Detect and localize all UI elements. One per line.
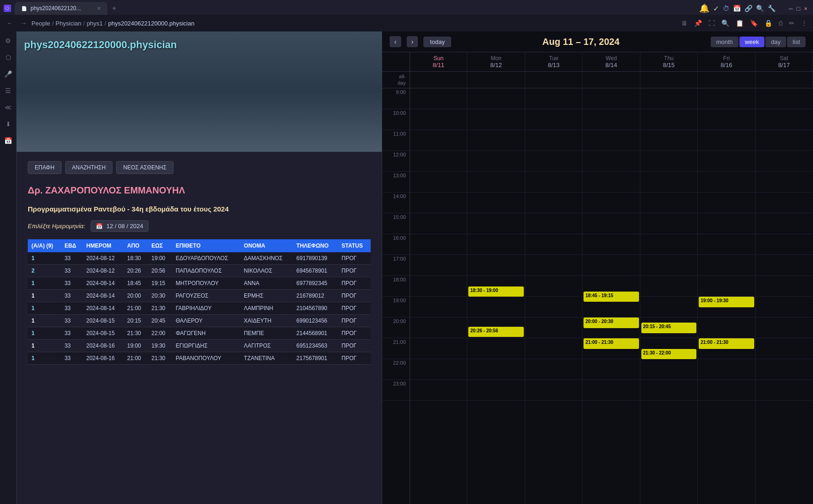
time-slot-4-19[interactable]	[640, 297, 697, 317]
time-slot-5-10[interactable]	[698, 109, 755, 130]
time-slot-5-15[interactable]	[698, 213, 755, 234]
table-row[interactable]: 1332024-08-1521:3022:00ΦΑΓΩΓΕΝΗΠΕΜΠΕ2144…	[28, 327, 371, 340]
calendar-event[interactable]: 18:30 - 19:00	[468, 286, 523, 297]
table-row[interactable]: 1332024-08-1621:0021:30ΡΑΒΑΝΟΠΟΥΛΟΥΤΖΑΝΕ…	[28, 352, 371, 365]
table-row[interactable]: 1332024-08-1619:0019:30ΕΓΙΩΡΓΙΔΗΣΛΑΓΙΤΡΟ…	[28, 340, 371, 352]
time-slot-6-14[interactable]	[756, 193, 813, 213]
tab-close-button[interactable]: ×	[97, 5, 101, 12]
calendar-event[interactable]: 21:30 - 22:00	[641, 349, 696, 360]
table-row[interactable]: 1332024-08-1420:0020:30ΡΑΓΟΥΖΕΟΣΕΡΜΗΣ216…	[28, 290, 371, 302]
sidebar-icon-hex[interactable]: ⬡	[3, 52, 14, 63]
time-slot-2-16[interactable]	[525, 234, 582, 255]
calendar-event[interactable]: 21:00 - 21:30	[699, 338, 754, 349]
time-slot-6-18[interactable]	[756, 276, 813, 297]
time-slot-2-13[interactable]	[525, 172, 582, 193]
time-slot-2-15[interactable]	[525, 213, 582, 234]
calendar-event[interactable]: 19:00 - 19:30	[699, 297, 754, 307]
search-button[interactable]: ΑΝΑΖΗΤΗΣΗ	[65, 161, 113, 174]
monitor-icon[interactable]: 🖥	[679, 19, 689, 28]
time-slot-3-12[interactable]	[583, 151, 639, 172]
breadcrumb-people[interactable]: People	[31, 20, 50, 27]
calendar-event[interactable]: 21:00 - 21:30	[583, 338, 639, 349]
new-tab-button[interactable]: +	[107, 1, 121, 15]
time-slot-6-17[interactable]	[756, 255, 813, 276]
breadcrumb-phys1[interactable]: phys1	[87, 20, 103, 27]
time-slot-1-9[interactable]	[467, 88, 524, 109]
time-slot-4-18[interactable]	[640, 276, 697, 297]
cal-next-button[interactable]: ›	[407, 36, 418, 47]
time-slot-2-12[interactable]	[525, 151, 582, 172]
time-slot-2-20[interactable]	[525, 317, 582, 338]
cal-month-button[interactable]: month	[711, 37, 739, 47]
time-slot-3-15[interactable]	[583, 213, 639, 234]
time-slot-5-18[interactable]	[698, 276, 755, 297]
time-slot-6-16[interactable]	[756, 234, 813, 255]
cal-today-button[interactable]: today	[423, 37, 451, 47]
time-slot-6-19[interactable]	[756, 297, 813, 317]
bookmark-icon[interactable]: 🔖	[748, 19, 760, 28]
pin-icon[interactable]: 📌	[692, 19, 704, 28]
time-slot-4-11[interactable]	[640, 130, 697, 151]
time-slot-5-13[interactable]	[698, 172, 755, 193]
time-slot-2-9[interactable]	[525, 88, 582, 109]
time-slot-1-13[interactable]	[467, 172, 524, 193]
table-row[interactable]: 1332024-08-1421:0021:30ΓΑΒΡΙΗΛΙΔΟΥΛΑΜΠΡΙ…	[28, 302, 371, 315]
time-slot-6-20[interactable]	[756, 317, 813, 338]
time-slot-6-11[interactable]	[756, 130, 813, 151]
new-patient-button[interactable]: ΝΕΟΣ ΑΣΘΕΝΗΣ	[116, 161, 174, 174]
time-slot-0-14[interactable]	[410, 193, 467, 213]
time-slot-0-22[interactable]	[410, 359, 467, 380]
time-slot-1-23[interactable]	[467, 380, 524, 401]
lock-icon[interactable]: 🔒	[763, 19, 774, 28]
time-slot-3-10[interactable]	[583, 109, 639, 130]
time-slot-3-22[interactable]	[583, 359, 639, 380]
time-slot-4-15[interactable]	[640, 213, 697, 234]
time-slot-2-11[interactable]	[525, 130, 582, 151]
time-slot-5-20[interactable]	[698, 317, 755, 338]
time-slot-2-10[interactable]	[525, 109, 582, 130]
time-slot-1-15[interactable]	[467, 213, 524, 234]
time-slot-0-15[interactable]	[410, 213, 467, 234]
time-slot-4-12[interactable]	[640, 151, 697, 172]
time-slot-3-9[interactable]	[583, 88, 639, 109]
time-slot-3-11[interactable]	[583, 130, 639, 151]
zoom-icon[interactable]: 🔍	[720, 19, 731, 28]
time-slot-4-9[interactable]	[640, 88, 697, 109]
time-slot-2-19[interactable]	[525, 297, 582, 317]
time-slot-6-15[interactable]	[756, 213, 813, 234]
time-slot-2-14[interactable]	[525, 193, 582, 213]
time-slot-4-17[interactable]	[640, 255, 697, 276]
time-slot-1-17[interactable]	[467, 255, 524, 276]
time-slot-0-11[interactable]	[410, 130, 467, 151]
more-icon[interactable]: ⋮	[799, 19, 809, 28]
time-slot-0-12[interactable]	[410, 151, 467, 172]
time-slot-3-13[interactable]	[583, 172, 639, 193]
time-slot-4-14[interactable]	[640, 193, 697, 213]
time-slot-0-19[interactable]	[410, 297, 467, 317]
time-slot-2-18[interactable]	[525, 276, 582, 297]
minimize-btn[interactable]: ─	[788, 5, 793, 12]
maximize-btn[interactable]: □	[797, 5, 801, 12]
time-slot-0-16[interactable]	[410, 234, 467, 255]
cal-list-button[interactable]: list	[787, 37, 806, 47]
time-slot-3-23[interactable]	[583, 380, 639, 401]
time-slot-4-23[interactable]	[640, 380, 697, 401]
back-button[interactable]: ←	[4, 19, 16, 28]
calendar-event[interactable]: 20:26 - 20:56	[468, 327, 523, 337]
forward-button[interactable]: →	[18, 19, 30, 28]
active-tab[interactable]: 📄 phys20240622120... ×	[15, 2, 107, 15]
time-slot-6-10[interactable]	[756, 109, 813, 130]
sidebar-icon-settings[interactable]: ⚙	[3, 35, 14, 46]
sidebar-icon-calendar[interactable]: 📅	[3, 135, 14, 146]
time-slot-1-19[interactable]	[467, 297, 524, 317]
time-slot-1-11[interactable]	[467, 130, 524, 151]
time-slot-0-9[interactable]	[410, 88, 467, 109]
date-picker-input[interactable]: 📅 12 / 08 / 2024	[91, 220, 149, 232]
cal-prev-button[interactable]: ‹	[390, 36, 401, 47]
cal-week-button[interactable]: week	[739, 37, 764, 47]
time-slot-6-12[interactable]	[756, 151, 813, 172]
time-slot-4-22[interactable]	[640, 359, 697, 380]
time-slot-3-14[interactable]	[583, 193, 639, 213]
time-slot-5-11[interactable]	[698, 130, 755, 151]
time-slot-2-21[interactable]	[525, 338, 582, 359]
